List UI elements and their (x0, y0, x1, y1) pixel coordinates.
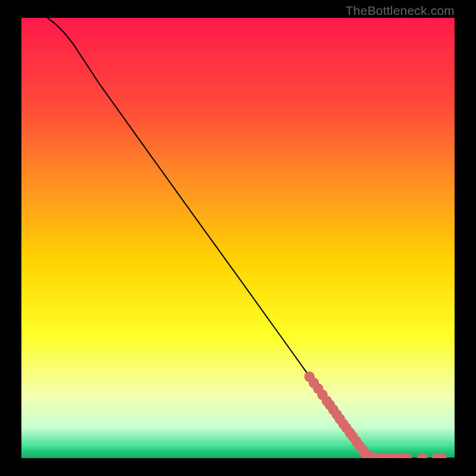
watermark-text: TheBottleneck.com (346, 4, 455, 18)
bottleneck-chart (21, 18, 455, 458)
chart-background-gradient (21, 18, 455, 458)
